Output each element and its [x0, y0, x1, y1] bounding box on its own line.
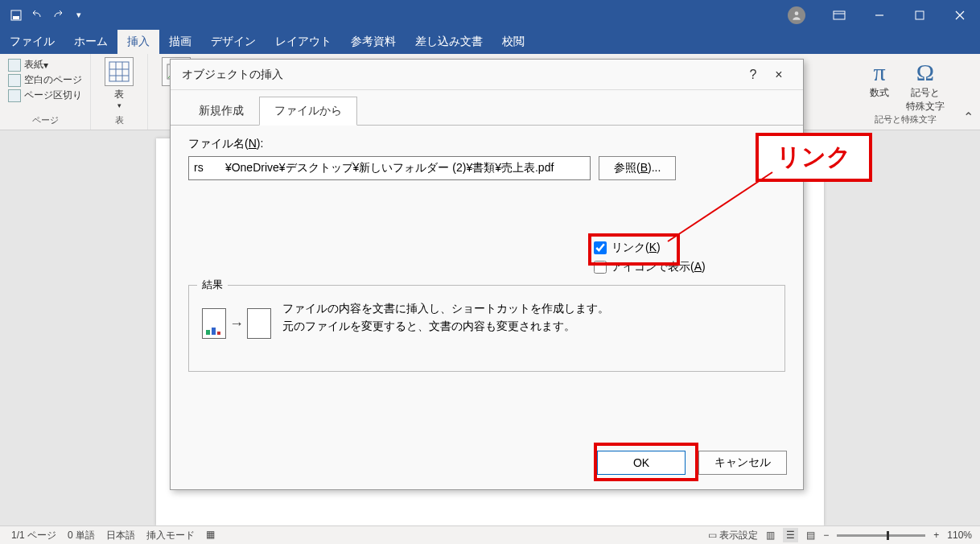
status-words[interactable]: 0 単語: [68, 529, 95, 542]
dialog-body: ファイル名(N): 参照(B)... 結果 → ファイルの内容を文書に挿入し、シ…: [171, 126, 803, 383]
quick-access-toolbar: ▾: [0, 7, 87, 23]
svg-rect-1: [13, 16, 19, 19]
tab-layout[interactable]: レイアウト: [266, 30, 341, 54]
link-checkbox-input[interactable]: [594, 241, 607, 254]
result-icons: →: [202, 300, 271, 339]
cover-page-button[interactable]: 表紙 ▾: [8, 57, 82, 72]
status-language[interactable]: 日本語: [106, 529, 135, 542]
arrow-icon: →: [229, 315, 244, 332]
ok-button[interactable]: OK: [597, 451, 686, 475]
blank-page-button[interactable]: 空白のページ: [8, 72, 82, 88]
dialog-tabs: 新規作成 ファイルから: [171, 90, 803, 126]
dialog-close-button[interactable]: ×: [766, 62, 792, 88]
ribbon-group-pages: 表紙 ▾ 空白のページ ページ区切り ページ: [0, 54, 91, 130]
tab-draw[interactable]: 描画: [159, 30, 201, 54]
tab-design[interactable]: デザイン: [201, 30, 266, 54]
cover-page-icon: [8, 59, 21, 72]
window-controls: [779, 0, 980, 30]
view-web-icon[interactable]: ▤: [806, 530, 815, 541]
page-break-label: ページ区切り: [24, 89, 82, 102]
page-break-icon: [8, 89, 21, 102]
ribbon-options-icon[interactable]: [819, 0, 859, 30]
status-mode[interactable]: 挿入モード: [146, 529, 195, 542]
insert-object-dialog: オブジェクトの挿入 ? × 新規作成 ファイルから ファイル名(N): 参照(B…: [170, 59, 804, 490]
browse-button[interactable]: 参照(B)...: [599, 156, 676, 180]
table-label: 表: [114, 88, 124, 101]
group-pages-label: ページ: [32, 113, 59, 128]
omega-icon: Ω: [916, 59, 934, 86]
redo-icon[interactable]: [50, 7, 66, 23]
title-bar: ▾: [0, 0, 980, 30]
result-group: 結果 → ファイルの内容を文書に挿入し、ショートカットを作成します。 元のファイ…: [188, 285, 785, 372]
link-checkbox[interactable]: リンク(K): [594, 238, 706, 258]
status-bar: 1/1 ページ 0 単語 日本語 挿入モード ▦ ▭ 表示設定 ▥ ☰ ▤ − …: [0, 525, 980, 544]
dialog-title: オブジェクトの挿入: [182, 68, 283, 82]
svg-rect-9: [109, 62, 129, 81]
symbol-button[interactable]: Ω 記号と 特殊文字: [903, 59, 948, 113]
save-icon[interactable]: [8, 7, 24, 23]
show-as-icon-checkbox[interactable]: アイコンで表示(A): [594, 258, 706, 277]
tab-create-new[interactable]: 新規作成: [183, 97, 259, 126]
tab-file[interactable]: ファイル: [0, 30, 64, 54]
undo-icon[interactable]: [29, 7, 45, 23]
svg-point-2: [795, 11, 799, 15]
tab-insert[interactable]: 挿入: [117, 30, 159, 54]
tab-review[interactable]: 校閲: [492, 30, 534, 54]
svg-rect-3: [834, 11, 845, 19]
cover-page-label: 表紙: [24, 58, 43, 72]
ribbon-group-symbols: π 数式 Ω 記号と 特殊文字 記号と特殊文字: [854, 54, 956, 130]
checkbox-zone: リンク(K) アイコンで表示(A): [594, 238, 706, 277]
equation-label: 数式: [870, 86, 889, 100]
account-button[interactable]: [779, 0, 819, 30]
tab-references[interactable]: 参考資料: [341, 30, 406, 54]
zoom-slider[interactable]: [837, 534, 925, 537]
table-icon: [105, 57, 134, 86]
pi-icon: π: [873, 59, 885, 86]
qat-customize-icon[interactable]: ▾: [71, 7, 87, 23]
show-as-icon-checkbox-input[interactable]: [594, 261, 607, 274]
table-button[interactable]: 表▾: [99, 57, 139, 109]
group-table-label: 表: [115, 113, 124, 128]
svg-rect-6: [916, 11, 924, 19]
result-text: ファイルの内容を文書に挿入し、ショートカットを作成します。 元のファイルを変更す…: [282, 300, 609, 335]
maximize-button[interactable]: [900, 0, 940, 30]
cancel-button[interactable]: キャンセル: [698, 451, 787, 475]
tab-from-file[interactable]: ファイルから: [259, 97, 357, 126]
annotation-label: リンク: [756, 133, 872, 182]
dialog-help-button[interactable]: ?: [740, 62, 766, 88]
target-file-icon: [247, 308, 271, 339]
page-break-button[interactable]: ページ区切り: [8, 88, 82, 103]
show-as-icon-checkbox-label: アイコンで表示(A): [611, 260, 706, 274]
ribbon-tabs: ファイル ホーム 挿入 描画 デザイン レイアウト 参考資料 差し込み文書 校閲: [0, 30, 980, 54]
source-file-icon: [202, 308, 226, 339]
display-settings[interactable]: ▭ 表示設定: [708, 529, 758, 542]
status-page[interactable]: 1/1 ページ: [11, 529, 56, 542]
zoom-level[interactable]: 110%: [947, 530, 972, 541]
ribbon-group-table: 表▾ 表: [91, 54, 148, 130]
view-read-icon[interactable]: ▥: [766, 530, 775, 541]
minimize-button[interactable]: [859, 0, 900, 30]
blank-page-icon: [8, 74, 21, 87]
dialog-titlebar[interactable]: オブジェクトの挿入 ? ×: [171, 60, 803, 90]
view-print-icon[interactable]: ☰: [783, 528, 798, 542]
blank-page-label: 空白のページ: [24, 73, 82, 87]
group-symbols-label: 記号と特殊文字: [875, 113, 937, 126]
zoom-out-button[interactable]: −: [823, 530, 829, 541]
collapse-ribbon-icon[interactable]: ⌃: [956, 54, 980, 130]
close-button[interactable]: [940, 0, 980, 30]
link-checkbox-label: リンク(K): [611, 241, 661, 255]
filename-input[interactable]: [188, 156, 591, 180]
tab-mailings[interactable]: 差し込み文書: [406, 30, 492, 54]
dialog-buttons: OK キャンセル: [597, 451, 787, 475]
equation-button[interactable]: π 数式: [863, 59, 896, 113]
macro-icon[interactable]: ▦: [206, 529, 215, 542]
filename-label: ファイル名(N):: [188, 137, 785, 151]
tab-home[interactable]: ホーム: [64, 30, 117, 54]
result-legend: 結果: [197, 278, 228, 292]
symbol-label: 記号と 特殊文字: [906, 86, 945, 113]
zoom-in-button[interactable]: +: [933, 530, 939, 541]
